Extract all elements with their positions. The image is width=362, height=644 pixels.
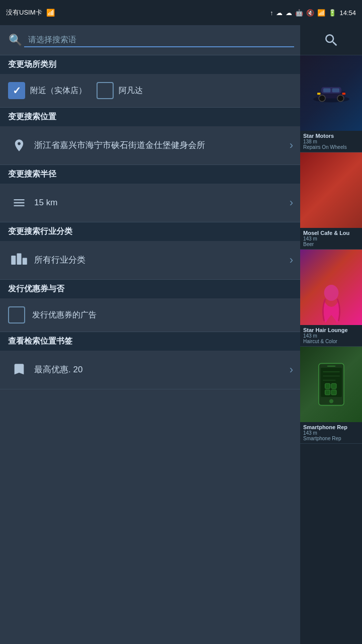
section-industry-header: 变更搜索行业分类 [0, 222, 300, 241]
card-star-motors-info: Star Motors 138 m Repairs On Wheels [300, 131, 362, 152]
section-coupon-header: 发行优惠券与否 [0, 280, 300, 298]
svg-rect-8 [323, 88, 330, 92]
time-display: 14:54 [339, 9, 356, 17]
card-star-hair-image [300, 250, 362, 325]
battery-icon: 🔋 [328, 9, 336, 17]
card-smartphone-info: Smartphone Rep 143 m Smartphone Rep [300, 422, 362, 444]
svg-rect-16 [327, 366, 335, 367]
card-star-hair-name: Star Hair Lounge [303, 327, 359, 333]
wifi-icon: 📶 [317, 9, 325, 17]
card-star-hair-category: Haircut & Color [303, 339, 359, 344]
card-smartphone-category: Smartphone Rep [303, 436, 359, 441]
checkbox-afanda-label: 阿凡达 [119, 86, 143, 96]
radius-icon [8, 192, 30, 214]
industry-text: 所有行业分类 [34, 254, 292, 266]
svg-point-15 [329, 399, 333, 403]
main-container: 🔍 变更场所类别 附近（实体店） 阿凡达 变更搜索位置 [0, 25, 362, 644]
card-mosel-cafe-distance: 143 m [303, 236, 359, 242]
card-star-motors-distance: 138 m [303, 139, 359, 144]
checkbox-afanda-box[interactable] [97, 82, 114, 99]
svg-rect-0 [11, 256, 16, 265]
radius-row[interactable]: 15 km › [0, 184, 300, 222]
search-icon-left: 🔍 [6, 31, 24, 49]
card-star-motors[interactable]: Star Motors 138 m Repairs On Wheels [300, 55, 362, 152]
card-smartphone-name: Smartphone Rep [303, 424, 359, 430]
bookmark-row[interactable]: 最高优惠. 20 › [0, 351, 300, 389]
search-bar: 🔍 [0, 25, 300, 55]
bookmark-chevron: › [290, 363, 293, 376]
card-mosel-cafe-info: Mosel Cafe & Lou 143 m Beer [300, 228, 362, 250]
checkbox-afanda[interactable]: 阿凡达 [97, 82, 143, 99]
section-location-header: 变更搜索位置 [0, 108, 300, 126]
status-left: 没有USIM卡 📶 [6, 8, 55, 17]
svg-point-6 [319, 95, 325, 102]
location-row[interactable]: 浙江省嘉兴市海宁市硖石街道金仕堡健身会所 › [0, 126, 300, 165]
svg-point-12 [324, 285, 338, 301]
right-panel: Star Motors 138 m Repairs On Wheels Mose… [300, 25, 362, 644]
location-icon [8, 134, 30, 156]
search-input[interactable] [24, 33, 294, 47]
svg-rect-1 [17, 254, 22, 265]
radius-text: 15 km [34, 197, 292, 209]
card-star-motors-category: Repairs On Wheels [303, 144, 359, 150]
svg-rect-10 [317, 93, 320, 95]
svg-rect-20 [325, 383, 330, 388]
cloud2-icon: ☁ [286, 9, 292, 17]
section-bookmark-header: 查看检索位置书签 [0, 332, 300, 351]
svg-rect-9 [332, 88, 339, 92]
svg-rect-23 [331, 390, 336, 395]
card-smartphone-image [300, 347, 362, 422]
svg-rect-2 [23, 258, 27, 265]
svg-rect-22 [325, 390, 330, 395]
status-right: ↑ ☁ ☁ 🤖 🔇 📶 🔋 14:54 [270, 9, 356, 17]
section-venue-type-header: 变更场所类别 [0, 55, 300, 74]
card-mosel-cafe-name: Mosel Cafe & Lou [303, 230, 359, 236]
svg-rect-21 [331, 383, 336, 388]
card-mosel-cafe[interactable]: Mosel Cafe & Lou 143 m Beer [300, 152, 362, 250]
card-star-motors-name: Star Motors [303, 133, 359, 139]
cloud-icon: ☁ [276, 9, 283, 17]
checkbox-nearby[interactable]: 附近（实体店） [8, 82, 86, 99]
status-bar: 没有USIM卡 📶 ↑ ☁ ☁ 🤖 🔇 📶 🔋 14:54 [0, 0, 362, 25]
location-chevron: › [290, 139, 293, 152]
coupon-checkbox-box[interactable] [8, 306, 25, 324]
location-text: 浙江省嘉兴市海宁市硖石街道金仕堡健身会所 [34, 139, 292, 151]
svg-point-7 [337, 95, 344, 102]
industry-chevron: › [290, 254, 293, 267]
no-sim-text: 没有USIM卡 [6, 8, 42, 17]
svg-rect-11 [342, 93, 345, 95]
checkbox-nearby-label: 附近（实体店） [30, 86, 86, 96]
card-mosel-cafe-category: Beer [303, 242, 359, 247]
card-star-motors-image [300, 55, 362, 131]
card-star-hair[interactable]: Star Hair Lounge 143 m Haircut & Color [300, 250, 362, 347]
card-smartphone[interactable]: Smartphone Rep 143 m Smartphone Rep [300, 347, 362, 444]
venue-type-checkboxes: 附近（实体店） 阿凡达 [0, 74, 300, 108]
radius-chevron: › [290, 196, 293, 209]
industry-icon [8, 249, 30, 271]
card-smartphone-distance: 143 m [303, 430, 359, 436]
bookmark-text: 最高优惠. 20 [34, 364, 292, 376]
checkbox-nearby-box[interactable] [8, 82, 25, 99]
signal-icon: 📶 [46, 9, 55, 17]
right-search-button[interactable] [300, 25, 362, 55]
coupon-row[interactable]: 发行优惠券的广告 [0, 298, 300, 332]
section-radius-header: 变更搜索半径 [0, 165, 300, 184]
card-star-hair-info: Star Hair Lounge 143 m Haircut & Color [300, 325, 362, 347]
left-panel: 🔍 变更场所类别 附近（实体店） 阿凡达 变更搜索位置 [0, 25, 300, 644]
card-star-hair-distance: 143 m [303, 333, 359, 339]
coupon-checkbox-label: 发行优惠券的广告 [32, 310, 97, 320]
upload-icon: ↑ [270, 9, 274, 17]
bookmark-icon [8, 359, 30, 381]
card-mosel-cafe-image [300, 152, 362, 228]
android-icon: 🤖 [295, 9, 303, 17]
industry-row[interactable]: 所有行业分类 › [0, 241, 300, 280]
mute-icon: 🔇 [306, 9, 314, 17]
